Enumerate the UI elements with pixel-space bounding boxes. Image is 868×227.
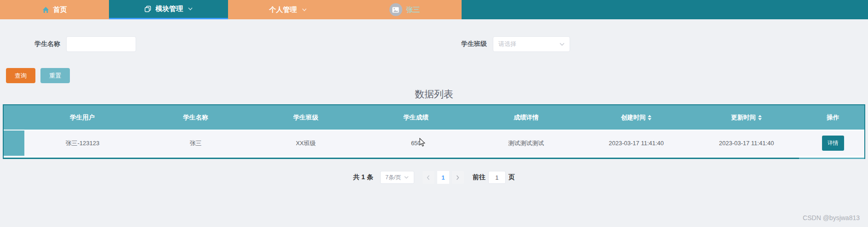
- goto-page-label: 前往: [473, 173, 485, 182]
- data-table: 学生用户 学生名称 学生班级 学生成绩 成绩详情 创建时间 更新时间: [3, 104, 865, 159]
- nav-tab-label: 个人管理: [269, 6, 297, 14]
- cell-student-user: 张三-123123: [24, 130, 141, 156]
- nav-tab-modules[interactable]: 模块管理: [109, 0, 228, 19]
- cell-score-detail: 测试测试测试: [471, 130, 582, 156]
- goto-page-input[interactable]: [488, 171, 506, 184]
- chevron-right-icon: [456, 175, 459, 180]
- column-header-student-class: 学生班级: [251, 105, 361, 130]
- chevron-down-icon: [560, 43, 565, 46]
- student-class-select[interactable]: 请选择: [493, 36, 570, 52]
- column-header-student-name: 学生名称: [141, 105, 251, 130]
- navbar-filler: [462, 0, 868, 19]
- avatar: [389, 3, 402, 16]
- table-bottom-border: [4, 158, 864, 159]
- page-size-select[interactable]: 7条/页: [380, 171, 414, 184]
- column-header-select: [4, 105, 24, 130]
- pagination: 共 1 条 7条/页 1 前往 页: [0, 171, 868, 184]
- modules-icon: [144, 6, 151, 12]
- total-count: 共 1 条: [353, 173, 373, 182]
- page-word-label: 页: [508, 173, 515, 182]
- column-header-label: 更新时间: [731, 114, 756, 122]
- nav-tab-home[interactable]: 首页: [0, 0, 109, 19]
- page-title: 数据列表: [0, 88, 868, 101]
- cell-actions: 详情: [801, 130, 864, 156]
- student-name-input[interactable]: [66, 36, 136, 52]
- chevron-down-icon: [188, 7, 193, 11]
- table-header-row: 学生用户 学生名称 学生班级 学生成绩 成绩详情 创建时间 更新时间: [4, 105, 864, 130]
- nav-tab-personal[interactable]: 个人管理: [228, 0, 348, 19]
- page-size-value: 7条/页: [385, 174, 401, 182]
- column-header-student-user: 学生用户: [24, 105, 141, 130]
- column-header-label: 创建时间: [621, 114, 645, 122]
- page-number-1[interactable]: 1: [437, 171, 449, 184]
- chevron-down-icon: [404, 176, 409, 179]
- home-icon: [42, 6, 49, 13]
- watermark: CSDN @bysjwa813: [803, 214, 860, 221]
- nav-tab-label: 张三: [406, 6, 420, 14]
- cell-student-class: XX班级: [251, 130, 361, 156]
- column-header-updated-time[interactable]: 更新时间: [691, 105, 802, 130]
- column-header-actions: 操作: [801, 105, 864, 130]
- nav-tab-label: 模块管理: [155, 5, 183, 13]
- sort-icon[interactable]: [758, 115, 762, 120]
- top-navbar: 首页 模块管理 个人管理 张三: [0, 0, 868, 19]
- picture-icon: [392, 7, 399, 13]
- column-header-score-detail: 成绩详情: [471, 105, 582, 130]
- student-class-filter: 学生班级 请选择: [461, 36, 570, 52]
- filter-actions: 查询 重置: [0, 68, 868, 83]
- detail-button[interactable]: 详情: [822, 136, 844, 151]
- column-header-student-score: 学生成绩: [361, 105, 471, 130]
- sort-icon[interactable]: [648, 115, 651, 120]
- filter-form: 学生名称 学生班级 请选择: [0, 36, 868, 52]
- next-page-button[interactable]: [452, 171, 464, 184]
- cell-created-time: 2023-03-17 11:41:40: [581, 130, 691, 156]
- search-button[interactable]: 查询: [6, 68, 35, 83]
- column-header-created-time[interactable]: 创建时间: [581, 105, 691, 130]
- nav-tab-label: 首页: [53, 6, 67, 14]
- prev-page-button[interactable]: [423, 171, 434, 184]
- cell-updated-time: 2023-03-17 11:41:40: [691, 130, 802, 156]
- row-select-cell: [4, 130, 24, 156]
- reset-button[interactable]: 重置: [40, 68, 70, 83]
- select-placeholder: 请选择: [498, 40, 516, 48]
- chevron-down-icon: [302, 8, 307, 11]
- nav-tab-user[interactable]: 张三: [348, 0, 462, 19]
- chevron-left-icon: [427, 175, 430, 180]
- student-name-label: 学生名称: [34, 40, 60, 48]
- table-row[interactable]: 张三-123123 张三 XX班级 650 测试测试测试 2023-03-17 …: [4, 130, 864, 156]
- cell-student-score: 650: [361, 130, 471, 156]
- cell-student-name: 张三: [141, 130, 251, 156]
- student-name-filter: 学生名称: [34, 36, 136, 52]
- student-class-label: 学生班级: [461, 40, 487, 48]
- mouse-cursor-icon: [419, 138, 426, 149]
